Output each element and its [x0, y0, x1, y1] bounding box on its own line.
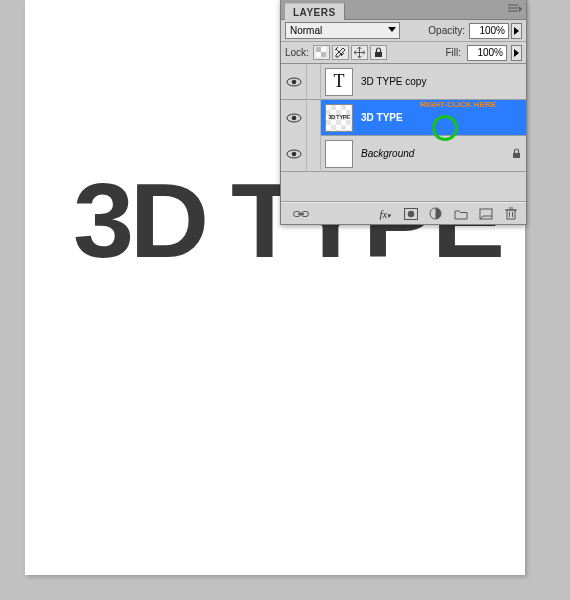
svg-point-8 — [291, 115, 296, 120]
svg-rect-11 — [513, 153, 520, 158]
layer-thumbnail-solid[interactable] — [325, 140, 353, 168]
opacity-label: Opacity: — [428, 25, 465, 36]
lock-fill-row: Lock: Fill: 100% — [281, 42, 526, 64]
caret-right-icon — [514, 27, 519, 35]
link-cell[interactable] — [307, 136, 321, 172]
folder-icon — [454, 208, 468, 220]
visibility-toggle[interactable] — [281, 100, 307, 136]
layers-panel: LAYERS Normal Opacity: 100% Lock: — [280, 0, 527, 225]
eye-icon — [286, 77, 302, 87]
tab-layers[interactable]: LAYERS — [285, 3, 345, 20]
svg-rect-0 — [316, 47, 321, 52]
panel-menu-button[interactable] — [508, 4, 522, 14]
new-layer-icon — [479, 208, 493, 220]
layers-empty-area[interactable] — [281, 172, 526, 202]
layer-row[interactable]: 3D TYPE RIGHT-CLICK HERE 3D TYPE — [281, 100, 526, 136]
trash-icon — [505, 207, 517, 220]
opacity-slider-button[interactable] — [511, 23, 522, 39]
svg-rect-4 — [375, 52, 382, 57]
thumbnail-text: 3D TYPE — [326, 114, 352, 120]
layer-name-text: 3D TYPE — [361, 112, 403, 123]
layer-name[interactable]: RIGHT-CLICK HERE 3D TYPE — [357, 112, 506, 123]
lock-transparent-button[interactable] — [313, 45, 330, 60]
svg-rect-1 — [321, 52, 326, 57]
chevron-down-icon — [388, 27, 396, 32]
fx-button[interactable]: fx▾ — [376, 206, 395, 222]
layer-thumbnail-raster[interactable]: 3D TYPE — [325, 104, 353, 132]
fill-input[interactable]: 100% — [467, 45, 507, 61]
layer-row[interactable]: Background — [281, 136, 526, 172]
svg-rect-3 — [316, 52, 321, 57]
svg-point-16 — [407, 210, 413, 216]
layer-thumbnail-text[interactable]: T — [325, 68, 353, 96]
lock-all-button[interactable] — [370, 45, 387, 60]
lock-label: Lock: — [285, 47, 309, 58]
layer-name[interactable]: 3D TYPE copy — [357, 76, 506, 87]
mask-icon — [404, 208, 418, 220]
eye-icon — [286, 149, 302, 159]
highlight-circle — [432, 115, 458, 141]
blend-opacity-row: Normal Opacity: 100% — [281, 20, 526, 42]
link-layers-button[interactable] — [291, 206, 310, 222]
lock-position-button[interactable] — [351, 45, 368, 60]
svg-point-6 — [291, 79, 296, 84]
fx-icon: fx▾ — [380, 208, 392, 220]
group-button[interactable] — [451, 206, 470, 222]
adjust-icon — [429, 207, 442, 220]
delete-layer-button[interactable] — [501, 206, 520, 222]
caret-right-icon — [514, 49, 519, 57]
panel-footer: fx▾ — [281, 202, 526, 224]
visibility-toggle[interactable] — [281, 64, 307, 100]
layer-row[interactable]: T 3D TYPE copy — [281, 64, 526, 100]
visibility-toggle[interactable] — [281, 136, 307, 172]
fill-label: Fill: — [445, 47, 461, 58]
opacity-input[interactable]: 100% — [469, 23, 509, 39]
fill-slider-button[interactable] — [511, 45, 522, 61]
svg-rect-2 — [321, 47, 326, 52]
new-layer-button[interactable] — [476, 206, 495, 222]
svg-rect-19 — [507, 210, 515, 219]
lock-pixels-button[interactable] — [332, 45, 349, 60]
layer-name[interactable]: Background — [357, 148, 506, 159]
link-cell[interactable] — [307, 64, 321, 100]
link-cell[interactable] — [307, 100, 321, 136]
lock-icon — [506, 148, 526, 159]
mask-button[interactable] — [401, 206, 420, 222]
layers-list: T 3D TYPE copy 3D TYPE RIGHT-CLICK HERE … — [281, 64, 526, 202]
eye-icon — [286, 113, 302, 123]
annotation-text: RIGHT-CLICK HERE — [420, 100, 496, 109]
blend-mode-select[interactable]: Normal — [285, 22, 400, 39]
blend-mode-value: Normal — [290, 25, 322, 36]
svg-point-10 — [291, 151, 296, 156]
panel-tab-bar: LAYERS — [281, 0, 526, 20]
adjustment-layer-button[interactable] — [426, 206, 445, 222]
